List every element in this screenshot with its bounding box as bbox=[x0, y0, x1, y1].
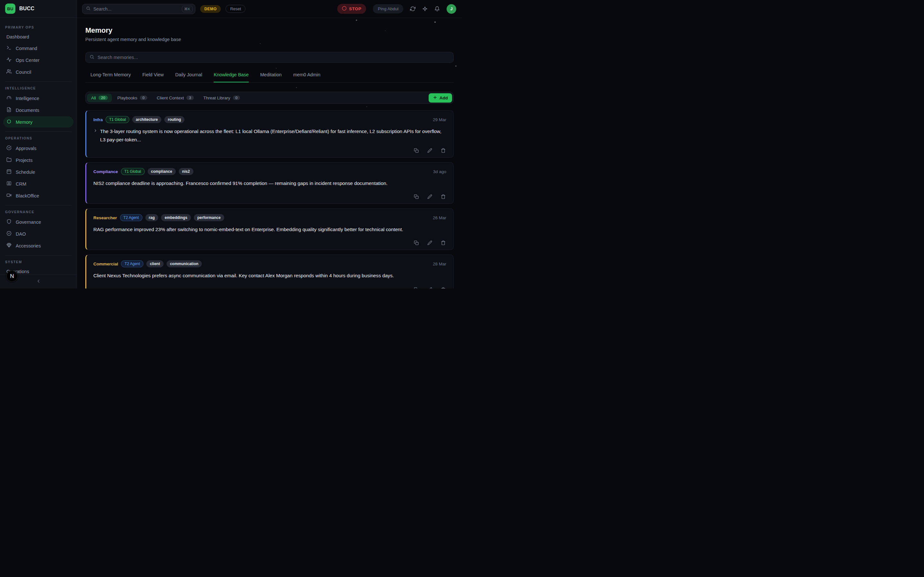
sidebar-item-label: Command bbox=[16, 46, 37, 51]
sidebar-item-label: Dashboard bbox=[6, 34, 29, 39]
tab-meditation[interactable]: Meditation bbox=[260, 72, 282, 82]
stop-button[interactable]: STOP bbox=[337, 4, 366, 14]
chevron-left-icon[interactable] bbox=[36, 279, 41, 285]
section-label-primary-ops: PRIMARY OPS bbox=[5, 25, 71, 29]
filter-label: Threat Library bbox=[204, 95, 230, 100]
edit-icon[interactable] bbox=[427, 148, 432, 153]
sidebar-item-ops-center[interactable]: Ops Center bbox=[3, 55, 73, 66]
card-date: 29 Mar bbox=[433, 117, 446, 122]
card-text: RAG performance improved 23% after switc… bbox=[94, 226, 403, 234]
tab-field-view[interactable]: Field View bbox=[142, 72, 164, 82]
card-actions bbox=[94, 145, 446, 153]
copy-icon[interactable] bbox=[414, 148, 419, 153]
sidebar-item-label: Council bbox=[16, 69, 31, 75]
nextjs-dev-badge[interactable]: N bbox=[6, 271, 18, 282]
sparkles-icon[interactable] bbox=[422, 6, 428, 11]
filter-playbooks[interactable]: Playbooks 0 bbox=[113, 93, 152, 102]
copy-icon[interactable] bbox=[414, 194, 419, 199]
check-circle-icon bbox=[6, 145, 11, 151]
global-search[interactable]: ⌘K bbox=[82, 4, 195, 14]
sidebar-item-dashboard[interactable]: Dashboard bbox=[3, 32, 73, 42]
edit-icon[interactable] bbox=[427, 287, 432, 288]
sidebar-item-schedule[interactable]: Schedule bbox=[3, 166, 73, 177]
sidebar-item-blackoffice[interactable]: BlackOffice bbox=[3, 190, 73, 201]
brand-name: BUCC bbox=[19, 6, 34, 11]
demo-badge: DEMO bbox=[200, 5, 221, 13]
filter-threat-library[interactable]: Threat Library 0 bbox=[199, 93, 244, 102]
users-icon bbox=[6, 69, 11, 75]
edit-icon[interactable] bbox=[427, 194, 432, 199]
filter-count: 0 bbox=[233, 95, 240, 100]
main-area: ⌘K DEMO Reset STOP Ping Abdul J Memory P… bbox=[77, 0, 462, 288]
memories-search[interactable] bbox=[86, 52, 454, 63]
global-search-input[interactable] bbox=[94, 6, 179, 11]
sidebar-item-accessories[interactable]: Accessories bbox=[3, 240, 73, 251]
filter-all[interactable]: All 20 bbox=[87, 93, 112, 102]
shortcut-hint: ⌘K bbox=[182, 6, 192, 12]
tab-mem0-admin[interactable]: mem0 Admin bbox=[293, 72, 320, 82]
ping-abdul-button[interactable]: Ping Abdul bbox=[373, 4, 403, 13]
user-avatar[interactable]: J bbox=[447, 4, 456, 14]
tab-long-term-memory[interactable]: Long-Term Memory bbox=[90, 72, 131, 82]
tab-daily-journal[interactable]: Daily Journal bbox=[175, 72, 202, 82]
memory-page: Memory Persistent agent memory and knowl… bbox=[77, 18, 462, 288]
section-label-operations: OPERATIONS bbox=[5, 136, 71, 140]
filter-count: 20 bbox=[99, 95, 108, 100]
copy-icon[interactable] bbox=[414, 240, 419, 245]
memory-card-list: Infra T1 Global architecture routing 29 … bbox=[86, 110, 454, 288]
sidebar-item-label: Ops Center bbox=[16, 58, 39, 63]
sidebar-item-label: BlackOffice bbox=[16, 193, 39, 198]
sidebar-item-label: Memory bbox=[16, 119, 32, 125]
octagon-icon bbox=[342, 6, 347, 11]
memory-card: Infra T1 Global architecture routing 29 … bbox=[86, 110, 454, 158]
bell-icon[interactable] bbox=[435, 6, 440, 11]
sidebar-item-council[interactable]: Council bbox=[3, 66, 73, 77]
sidebar-item-governance[interactable]: Governance bbox=[3, 216, 73, 227]
copy-icon[interactable] bbox=[414, 287, 419, 288]
delete-icon[interactable] bbox=[441, 240, 446, 245]
card-actions bbox=[94, 237, 446, 246]
tag-badge: embeddings bbox=[161, 214, 191, 221]
tier-badge: T1 Global bbox=[105, 116, 129, 123]
delete-icon[interactable] bbox=[441, 287, 446, 288]
filter-label: All bbox=[91, 95, 96, 100]
filter-client-context[interactable]: Client Context 3 bbox=[153, 93, 198, 102]
plus-icon bbox=[433, 95, 437, 101]
gauge-icon bbox=[6, 95, 11, 101]
delete-icon[interactable] bbox=[441, 148, 446, 153]
tag-badge: communication bbox=[166, 260, 202, 268]
sidebar-item-label: Schedule bbox=[16, 169, 35, 175]
sidebar-item-projects[interactable]: Projects bbox=[3, 155, 73, 166]
terminal-icon bbox=[6, 45, 11, 51]
card-header: Compliance T1 Global compliance nis2 3d … bbox=[94, 168, 446, 175]
delete-icon[interactable] bbox=[441, 194, 446, 199]
card-text: The 3-layer routing system is now operat… bbox=[100, 127, 446, 143]
add-button[interactable]: Add bbox=[429, 93, 452, 103]
reset-button[interactable]: Reset bbox=[226, 5, 246, 13]
memory-card: Researcher T2 Agent rag embeddings perfo… bbox=[86, 208, 454, 250]
sidebar-nav: PRIMARY OPS Dashboard Command Ops Center… bbox=[0, 18, 77, 274]
tag-badge: client bbox=[146, 260, 163, 268]
sidebar-item-documents[interactable]: Documents bbox=[3, 105, 73, 116]
card-date: 28 Mar bbox=[433, 261, 446, 266]
refresh-icon[interactable] bbox=[410, 6, 415, 11]
sidebar-item-memory[interactable]: Memory bbox=[3, 116, 73, 127]
id-card-icon bbox=[6, 181, 11, 187]
edit-icon[interactable] bbox=[427, 240, 432, 245]
sidebar-item-intelligence[interactable]: Intelligence bbox=[3, 93, 73, 104]
memories-search-input[interactable] bbox=[97, 55, 449, 60]
sidebar-item-crm[interactable]: CRM bbox=[3, 178, 73, 189]
sidebar-item-dao[interactable]: DAO bbox=[3, 228, 73, 239]
tag-badge: rag bbox=[145, 214, 158, 221]
sidebar-item-command[interactable]: Command bbox=[3, 43, 73, 54]
badge-check-icon bbox=[6, 231, 11, 237]
tier-badge: T2 Agent bbox=[121, 260, 144, 268]
shield-icon bbox=[6, 219, 11, 225]
tag-badge: architecture bbox=[132, 116, 162, 123]
sidebar: BU BUCC PRIMARY OPS Dashboard Command Op… bbox=[0, 0, 77, 288]
tab-knowledge-base[interactable]: Knowledge Base bbox=[214, 72, 249, 82]
sidebar-item-approvals[interactable]: Approvals bbox=[3, 143, 73, 154]
tag-badge: performance bbox=[194, 214, 224, 221]
sidebar-item-label: DAO bbox=[16, 231, 26, 237]
chevron-right-icon[interactable] bbox=[94, 129, 97, 143]
